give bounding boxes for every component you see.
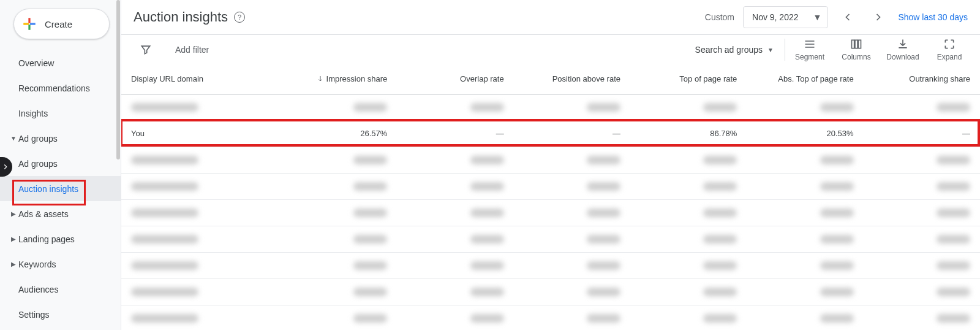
filter-bar: Add filter Search ad groups ▼ Segment Co… [121,35,980,64]
col-position-above-rate[interactable]: Position above rate [514,64,630,94]
divider-vertical [785,39,785,61]
table-container: Display URL domain Impression share Over… [121,64,980,330]
segment-icon [804,38,816,50]
svg-rect-1 [28,25,30,30]
sidebar-item-settings[interactable]: Settings [0,302,121,327]
columns-icon [850,38,862,50]
help-icon[interactable]: ? [234,12,245,23]
table-row[interactable] [121,94,980,120]
col-outranking-share[interactable]: Outranking share [864,64,980,94]
table-row-you[interactable]: You26.57%——86.78%20.53%— [121,120,980,147]
col-display-url-domain[interactable]: Display URL domain [121,64,281,94]
svg-rect-3 [30,23,36,25]
svg-rect-6 [858,40,861,48]
sidebar-nav: Overview Recommendations Insights ▼Ad gr… [0,50,121,327]
sidebar-item-overview[interactable]: Overview [0,50,121,75]
caret-down-icon: ▼ [9,135,18,142]
sidebar-item-insights[interactable]: Insights [0,101,121,126]
col-abs-top-of-page-rate[interactable]: Abs. Top of page rate [747,64,863,94]
date-value: Nov 9, 2022 [752,12,799,22]
table-row[interactable] [121,226,980,252]
auction-insights-table: Display URL domain Impression share Over… [121,64,980,330]
caret-right-icon: ▶ [9,210,18,217]
main-content: Auction insights ? Custom Nov 9, 2022 ▼ … [121,0,980,330]
svg-rect-4 [852,40,854,48]
table-row[interactable] [121,252,980,278]
date-next-button[interactable] [867,6,889,28]
sidebar-item-landing-pages[interactable]: ▶Landing pages [0,226,121,251]
svg-rect-5 [855,40,858,48]
col-overlap-rate[interactable]: Overlap rate [397,64,513,94]
col-impression-share[interactable]: Impression share [281,64,397,94]
create-button[interactable]: Create [13,9,110,39]
expand-icon [943,38,956,50]
download-button[interactable]: Download [880,34,926,65]
table-row[interactable] [121,305,980,330]
segment-button[interactable]: Segment [786,34,833,65]
chevron-left-icon [842,11,854,23]
page-title: Auction insights [134,9,228,25]
date-range-type-label: Custom [705,12,734,22]
caret-down-icon: ▼ [767,47,774,53]
date-prev-button[interactable] [837,6,859,28]
sidebar-item-audiences[interactable]: Audiences [0,277,121,302]
show-last-30-days-link[interactable]: Show last 30 days [898,12,968,22]
search-ad-groups-dropdown[interactable]: Search ad groups ▼ [685,45,783,55]
table-row[interactable] [121,173,980,199]
caret-right-icon: ▶ [9,261,18,267]
table-row[interactable] [121,278,980,305]
sidebar-item-recommendations[interactable]: Recommendations [0,75,121,101]
svg-rect-0 [28,18,30,23]
sidebar: Create Overview Recommendations Insights… [0,0,121,330]
col-top-of-page-rate[interactable]: Top of page rate [630,64,747,94]
sidebar-item-auction-insights[interactable]: Auction insights [0,176,121,201]
table-row[interactable] [121,199,980,226]
svg-rect-2 [23,23,29,25]
date-picker[interactable]: Nov 9, 2022 ▼ [743,6,828,28]
expand-button[interactable]: Expand [926,34,973,65]
sidebar-item-ad-groups-parent[interactable]: ▼Ad groups [0,126,121,151]
download-icon [897,38,909,50]
plus-multicolor-icon [21,16,37,32]
caret-right-icon: ▶ [9,236,18,242]
sort-down-icon [317,75,324,82]
chevron-right-icon [872,11,884,23]
add-filter-button[interactable]: Add filter [175,45,209,55]
top-bar: Auction insights ? Custom Nov 9, 2022 ▼ … [121,0,980,34]
filter-icon[interactable] [134,44,158,56]
table-row[interactable] [121,147,980,173]
columns-button[interactable]: Columns [833,34,880,65]
sidebar-item-ad-groups[interactable]: Ad groups [0,151,121,176]
sidebar-scrollbar[interactable] [116,0,120,330]
chevron-right-icon [1,163,10,171]
create-label: Create [45,19,72,29]
sidebar-item-ads-assets[interactable]: ▶Ads & assets [0,201,121,226]
caret-down-icon: ▼ [813,12,822,22]
sidebar-item-keywords[interactable]: ▶Keywords [0,251,121,277]
